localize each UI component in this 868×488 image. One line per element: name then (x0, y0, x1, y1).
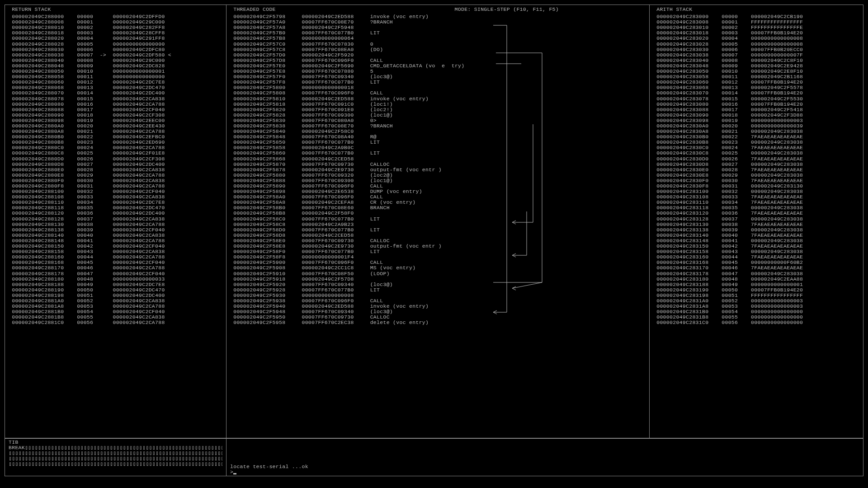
tib-content: BREAK▯▯▯▯▯▯▯▯▯▯▯▯▯▯▯▯▯▯▯▯▯▯▯▯▯▯▯▯▯▯▯▯▯▯▯… (9, 445, 222, 467)
threaded-code-row: 000002049C2F5908 000002049C2CC1C8 MS (vo… (230, 265, 646, 271)
arith-stack-rows: 000002049C283000 00000 000002049C2CB190 … (653, 14, 859, 325)
threaded-code-row: 000002049C2F58C0 00007FF670C077B0 LIT (230, 216, 646, 222)
arith-stack-row: 000002049C283028 00005 0000000000000008 (653, 42, 859, 47)
return-stack-row: 000002049C2880C8 00025 000002049C2F01E8 (9, 150, 222, 156)
threaded-code-panel: THREADED CODE MODE: SINGLE-STEP (F10, F1… (226, 5, 650, 438)
arith-stack-row: 000002049C283080 00016 00007FFB0B194E20 (653, 102, 859, 107)
return-stack-row: 000002049C288120 00036 000002049C2DC400 (9, 211, 222, 216)
threaded-code-row: 000002049C2F5870 00007FF670C09730 CALLOC (230, 162, 646, 167)
console-panel[interactable]: locate test-serial ...ok > (226, 439, 863, 476)
cursor-icon (233, 473, 236, 474)
arith-stack-row: 000002049C283020 00004 0000000000000008 (653, 36, 859, 41)
threaded-code-row: 000002049C2F5958 00007FF670C2EC38 delete… (230, 320, 646, 325)
threaded-code-row: 000002049C2F5910 00007FF670C08F50 (LOOP) (230, 271, 646, 277)
arith-stack-row: 000002049C283128 00037 000002049C283038 (653, 216, 859, 222)
console-prompt[interactable]: > (230, 469, 859, 475)
return-stack-row: 000002049C288030 00006 000002049C2DFC80 (9, 47, 222, 52)
threaded-code-rows: 000002049C2F5798 000002049C2ED588 invoke… (230, 14, 646, 325)
tib-panel: TIB BREAK▯▯▯▯▯▯▯▯▯▯▯▯▯▯▯▯▯▯▯▯▯▯▯▯▯▯▯▯▯▯▯… (5, 439, 226, 476)
arith-stack-row: 000002049C283170 00046 7FAEAEAEAEAEAEAE (653, 265, 859, 271)
return-stack-row: 000002049C288078 00015 000002049C2CA838 (9, 96, 222, 102)
return-stack-row: 000002049C288128 00037 000002049C2CA838 (9, 216, 222, 222)
bottom-section: TIB BREAK▯▯▯▯▯▯▯▯▯▯▯▯▯▯▯▯▯▯▯▯▯▯▯▯▯▯▯▯▯▯▯… (5, 438, 863, 476)
threaded-code-row: 000002049C2F58C8 000002049C2A9B23 (230, 222, 646, 227)
main-container: RETURN STACK 000002049C288000 00000 0000… (5, 5, 863, 438)
return-stack-row: 000002049C288088 00017 000002049C2CF040 (9, 107, 222, 113)
arith-stack-row: 000002049C2831C0 00056 0000000000000000 (653, 320, 859, 325)
arith-stack-row: 000002049C283078 00015 000002049C2F5530 (653, 96, 859, 102)
tib-fill-line: ▯▯▯▯▯▯▯▯▯▯▯▯▯▯▯▯▯▯▯▯▯▯▯▯▯▯▯▯▯▯▯▯▯▯▯▯▯▯▯▯… (9, 456, 222, 461)
arith-stack-row: 000002049C283070 00014 00007FFB0B194E20 (653, 90, 859, 96)
threaded-code-row: 000002049C2F57B8 0000000000000064 (230, 36, 646, 41)
arith-stack-row: 000002049C283178 00047 000002049C283038 (653, 271, 859, 277)
arith-stack-row: 000002049C283030 00006 00007FFB0B20ECC0 (653, 47, 859, 52)
arith-stack-row: 000002049C283120 00036 7FAEAEAEAEAEAEAE (653, 211, 859, 216)
return-stack-row: 000002049C288170 00046 000002049C2CA788 (9, 265, 222, 271)
threaded-code-row: 000002049C2F57C0 00007FF670C07830 0 (230, 42, 646, 47)
return-stack-row: 000002049C288028 00005 0000000000000000 (9, 42, 222, 47)
return-stack-row: 000002049C2880D8 00027 000002049C2DC400 (9, 162, 222, 167)
threaded-code-row: 000002049C2F5810 000002049C2ED588 invoke… (230, 96, 646, 102)
threaded-code-row: 000002049C2F5868 000002049C2CED58 (230, 156, 646, 162)
return-stack-row: 000002049C288178 00047 000002049C2CF040 (9, 271, 222, 277)
arith-stack-title: ARITH STACK (653, 7, 859, 12)
return-stack-row: 000002049C288080 00016 000002049C2CA788 (9, 102, 222, 107)
arith-stack-row: 000002049C2830E0 00028 7FAEAEAEAEAEAEAE (653, 167, 859, 173)
return-stack-row: 000002049C2881C0 00056 000002049C2CA788 (9, 320, 222, 325)
arith-stack-row: 000002049C2830D0 00026 7FAEAEAEAEAEAEAE (653, 156, 859, 162)
threaded-code-row: 000002049C2F5820 00007FF670C091E0 (loc2!… (230, 107, 646, 113)
tib-title: TIB (9, 440, 222, 445)
threaded-code-row: 000002049C2F5860 00007FF670C077B0 LIT (230, 150, 646, 156)
threaded-code-row: 000002049C2F5808 00007FF670C096F0 CALL (230, 90, 646, 96)
mode-label: MODE: SINGLE-STEP (F10, F11, F5) (455, 7, 559, 12)
threaded-code-title: THREADED CODE (230, 7, 646, 12)
threaded-code-row: 000002049C2F5918 000002049C2F57D8 (230, 277, 646, 282)
arith-stack-row: 000002049C2830D8 00027 000002049C283038 (653, 162, 859, 167)
return-stack-title: RETURN STACK (9, 7, 222, 12)
arith-stack-row: 000002049C283130 00038 7FAEAEAEAEAEAEAE (653, 222, 859, 227)
threaded-code-row: 000002049C2F5818 00007FF670C091C0 (loc1!… (230, 102, 646, 107)
arith-stack-row: 000002049C283180 00048 000002049C2EAA88 (653, 277, 859, 282)
return-stack-row: 000002049C288188 00049 000002049C2DC7E8 (9, 282, 222, 287)
return-stack-panel: RETURN STACK 000002049C288000 00000 0000… (5, 5, 226, 438)
threaded-code-row: 000002049C2F5920 00007FF670C09340 (loc3@… (230, 282, 646, 287)
tib-fill-line: ▯▯▯▯▯▯▯▯▯▯▯▯▯▯▯▯▯▯▯▯▯▯▯▯▯▯▯▯▯▯▯▯▯▯▯▯▯▯▯▯… (9, 450, 222, 456)
arith-stack-row: 000002049C283188 00049 0000000000000001 (653, 282, 859, 287)
return-stack-row: 000002049C2880D0 00026 000002049C2CF308 (9, 156, 222, 162)
return-stack-row: 000002049C288070 00014 000002049C2DC400 (9, 90, 222, 96)
arith-stack-row: 000002049C283088 00017 000002049C2F5418 (653, 107, 859, 113)
arith-stack-panel: ARITH STACK 000002049C283000 00000 00000… (650, 5, 863, 438)
return-stack-rows: 000002049C288000 00000 000002049C2DFFD0 … (9, 14, 222, 325)
return-stack-row: 000002049C2880E0 00028 000002049C2CA838 (9, 167, 222, 173)
tib-break-line: BREAK▯▯▯▯▯▯▯▯▯▯▯▯▯▯▯▯▯▯▯▯▯▯▯▯▯▯▯▯▯▯▯▯▯▯▯… (9, 445, 222, 450)
return-stack-row: 000002049C288020 00004 000002049C291FF8 (9, 36, 222, 41)
threaded-code-row: 000002049C2F58B8 000002049C2F58F0 (230, 211, 646, 216)
tib-fill-line: ▯▯▯▯▯▯▯▯▯▯▯▯▯▯▯▯▯▯▯▯▯▯▯▯▯▯▯▯▯▯▯▯▯▯▯▯▯▯▯▯… (9, 461, 222, 467)
return-stack-row: 000002049C288180 00048 0000000000000033 (9, 277, 222, 282)
arith-stack-row: 000002049C2830C8 00025 000002049C283038 (653, 150, 859, 156)
threaded-code-row: 000002049C2F5878 000002049C2E9730 output… (230, 167, 646, 173)
return-stack-row: 000002049C288130 00038 000002049C2CA788 (9, 222, 222, 227)
threaded-code-row: 000002049C2F57C8 00007FF670C08EA0 (DO) (230, 47, 646, 52)
console-output: locate test-serial ...ok (230, 464, 859, 469)
